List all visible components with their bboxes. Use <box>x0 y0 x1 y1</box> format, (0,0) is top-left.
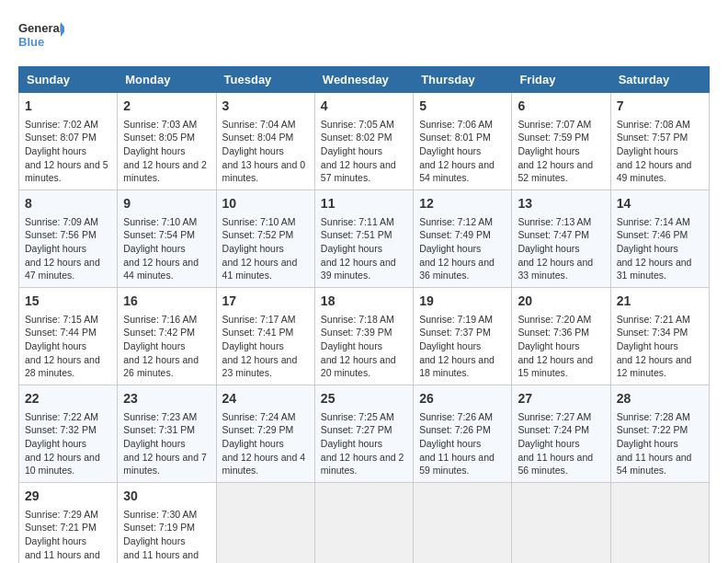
day-number: 8 <box>25 195 111 213</box>
day-number: 11 <box>321 195 407 213</box>
calendar-cell <box>512 483 610 563</box>
calendar-cell: 12Sunrise: 7:12 AMSunset: 7:49 PMDayligh… <box>414 190 512 288</box>
day-info: Sunrise: 7:27 AMSunset: 7:24 PMDaylight … <box>518 410 604 477</box>
day-number: 6 <box>518 98 604 116</box>
calendar-cell: 13Sunrise: 7:13 AMSunset: 7:47 PMDayligh… <box>512 190 610 288</box>
day-number: 26 <box>419 390 506 408</box>
day-number: 20 <box>518 293 604 311</box>
day-info: Sunrise: 7:14 AMSunset: 7:46 PMDaylight … <box>617 215 703 282</box>
day-number: 21 <box>617 293 703 311</box>
calendar-cell: 24Sunrise: 7:24 AMSunset: 7:29 PMDayligh… <box>216 385 314 483</box>
day-info: Sunrise: 7:21 AMSunset: 7:34 PMDaylight … <box>617 313 703 380</box>
calendar-cell: 11Sunrise: 7:11 AMSunset: 7:51 PMDayligh… <box>314 190 413 288</box>
day-number: 13 <box>518 195 604 213</box>
calendar-cell: 3Sunrise: 7:04 AMSunset: 8:04 PMDaylight… <box>216 93 314 190</box>
calendar-cell: 8Sunrise: 7:09 AMSunset: 7:56 PMDaylight… <box>19 190 118 288</box>
day-number: 17 <box>222 293 309 311</box>
day-info: Sunrise: 7:30 AMSunset: 7:19 PMDaylight … <box>123 508 210 563</box>
day-info: Sunrise: 7:12 AMSunset: 7:49 PMDaylight … <box>419 215 506 282</box>
day-info: Sunrise: 7:10 AMSunset: 7:54 PMDaylight … <box>123 215 210 282</box>
calendar-cell: 9Sunrise: 7:10 AMSunset: 7:54 PMDaylight… <box>118 190 216 288</box>
day-info: Sunrise: 7:28 AMSunset: 7:22 PMDaylight … <box>617 410 703 477</box>
calendar-cell: 20Sunrise: 7:20 AMSunset: 7:36 PMDayligh… <box>512 288 610 385</box>
day-number: 19 <box>419 293 506 311</box>
day-info: Sunrise: 7:19 AMSunset: 7:37 PMDaylight … <box>419 313 506 380</box>
day-info: Sunrise: 7:20 AMSunset: 7:36 PMDaylight … <box>518 313 604 380</box>
weekday-header-tuesday: Tuesday <box>216 67 314 93</box>
calendar-cell: 28Sunrise: 7:28 AMSunset: 7:22 PMDayligh… <box>610 385 709 483</box>
week-row-5: 29Sunrise: 7:29 AMSunset: 7:21 PMDayligh… <box>19 483 710 563</box>
day-number: 5 <box>419 98 506 116</box>
day-info: Sunrise: 7:03 AMSunset: 8:05 PMDaylight … <box>123 118 210 185</box>
calendar-cell: 19Sunrise: 7:19 AMSunset: 7:37 PMDayligh… <box>414 288 512 385</box>
day-info: Sunrise: 7:04 AMSunset: 8:04 PMDaylight … <box>222 118 309 185</box>
weekday-header-friday: Friday <box>512 67 610 93</box>
calendar-cell: 1Sunrise: 7:02 AMSunset: 8:07 PMDaylight… <box>19 93 118 190</box>
calendar-cell: 17Sunrise: 7:17 AMSunset: 7:41 PMDayligh… <box>216 288 314 385</box>
calendar-cell: 26Sunrise: 7:26 AMSunset: 7:26 PMDayligh… <box>414 385 512 483</box>
week-row-1: 1Sunrise: 7:02 AMSunset: 8:07 PMDaylight… <box>19 93 710 190</box>
calendar-cell <box>314 483 413 563</box>
calendar-cell <box>216 483 314 563</box>
calendar-table: SundayMondayTuesdayWednesdayThursdayFrid… <box>18 66 710 563</box>
week-row-2: 8Sunrise: 7:09 AMSunset: 7:56 PMDaylight… <box>19 190 710 288</box>
weekday-header-thursday: Thursday <box>414 67 512 93</box>
day-number: 16 <box>123 293 210 311</box>
day-info: Sunrise: 7:24 AMSunset: 7:29 PMDaylight … <box>222 410 309 477</box>
day-info: Sunrise: 7:29 AMSunset: 7:21 PMDaylight … <box>25 508 111 563</box>
svg-text:General: General <box>18 21 63 35</box>
page-header: General Blue <box>18 18 710 52</box>
calendar-cell: 25Sunrise: 7:25 AMSunset: 7:27 PMDayligh… <box>314 385 413 483</box>
day-info: Sunrise: 7:22 AMSunset: 7:32 PMDaylight … <box>25 410 111 477</box>
day-info: Sunrise: 7:25 AMSunset: 7:27 PMDaylight … <box>321 410 407 477</box>
day-number: 9 <box>123 195 210 213</box>
calendar-cell: 30Sunrise: 7:30 AMSunset: 7:19 PMDayligh… <box>118 483 216 563</box>
weekday-header-row: SundayMondayTuesdayWednesdayThursdayFrid… <box>19 67 710 93</box>
weekday-header-monday: Monday <box>118 67 216 93</box>
day-number: 7 <box>617 98 703 116</box>
calendar-cell: 4Sunrise: 7:05 AMSunset: 8:02 PMDaylight… <box>314 93 413 190</box>
day-number: 12 <box>419 195 506 213</box>
day-info: Sunrise: 7:15 AMSunset: 7:44 PMDaylight … <box>25 313 111 380</box>
week-row-3: 15Sunrise: 7:15 AMSunset: 7:44 PMDayligh… <box>19 288 710 385</box>
svg-text:Blue: Blue <box>18 35 44 49</box>
logo: General Blue <box>18 18 64 52</box>
day-info: Sunrise: 7:26 AMSunset: 7:26 PMDaylight … <box>419 410 506 477</box>
day-info: Sunrise: 7:09 AMSunset: 7:56 PMDaylight … <box>25 215 111 282</box>
day-info: Sunrise: 7:10 AMSunset: 7:52 PMDaylight … <box>222 215 309 282</box>
calendar-cell: 10Sunrise: 7:10 AMSunset: 7:52 PMDayligh… <box>216 190 314 288</box>
weekday-header-saturday: Saturday <box>610 67 709 93</box>
weekday-header-wednesday: Wednesday <box>314 67 413 93</box>
day-number: 1 <box>25 98 111 116</box>
day-info: Sunrise: 7:08 AMSunset: 7:57 PMDaylight … <box>617 118 703 185</box>
day-number: 2 <box>123 98 210 116</box>
calendar-cell: 2Sunrise: 7:03 AMSunset: 8:05 PMDaylight… <box>118 93 216 190</box>
calendar-cell: 7Sunrise: 7:08 AMSunset: 7:57 PMDaylight… <box>610 93 709 190</box>
calendar-cell: 6Sunrise: 7:07 AMSunset: 7:59 PMDaylight… <box>512 93 610 190</box>
day-info: Sunrise: 7:18 AMSunset: 7:39 PMDaylight … <box>321 313 407 380</box>
day-info: Sunrise: 7:07 AMSunset: 7:59 PMDaylight … <box>518 118 604 185</box>
day-number: 4 <box>321 98 407 116</box>
day-info: Sunrise: 7:16 AMSunset: 7:42 PMDaylight … <box>123 313 210 380</box>
calendar-cell: 21Sunrise: 7:21 AMSunset: 7:34 PMDayligh… <box>610 288 709 385</box>
day-number: 10 <box>222 195 309 213</box>
calendar-cell: 29Sunrise: 7:29 AMSunset: 7:21 PMDayligh… <box>19 483 118 563</box>
day-number: 18 <box>321 293 407 311</box>
calendar-cell: 18Sunrise: 7:18 AMSunset: 7:39 PMDayligh… <box>314 288 413 385</box>
week-row-4: 22Sunrise: 7:22 AMSunset: 7:32 PMDayligh… <box>19 385 710 483</box>
day-info: Sunrise: 7:06 AMSunset: 8:01 PMDaylight … <box>419 118 506 185</box>
day-number: 3 <box>222 98 309 116</box>
day-number: 29 <box>25 488 111 506</box>
weekday-header-sunday: Sunday <box>19 67 118 93</box>
calendar-cell: 23Sunrise: 7:23 AMSunset: 7:31 PMDayligh… <box>118 385 216 483</box>
calendar-cell: 14Sunrise: 7:14 AMSunset: 7:46 PMDayligh… <box>610 190 709 288</box>
logo-svg: General Blue <box>18 18 64 52</box>
calendar-cell: 15Sunrise: 7:15 AMSunset: 7:44 PMDayligh… <box>19 288 118 385</box>
calendar-cell: 22Sunrise: 7:22 AMSunset: 7:32 PMDayligh… <box>19 385 118 483</box>
calendar-cell <box>414 483 512 563</box>
day-number: 27 <box>518 390 604 408</box>
day-info: Sunrise: 7:05 AMSunset: 8:02 PMDaylight … <box>321 118 407 185</box>
day-number: 30 <box>123 488 210 506</box>
day-info: Sunrise: 7:13 AMSunset: 7:47 PMDaylight … <box>518 215 604 282</box>
day-number: 28 <box>617 390 703 408</box>
